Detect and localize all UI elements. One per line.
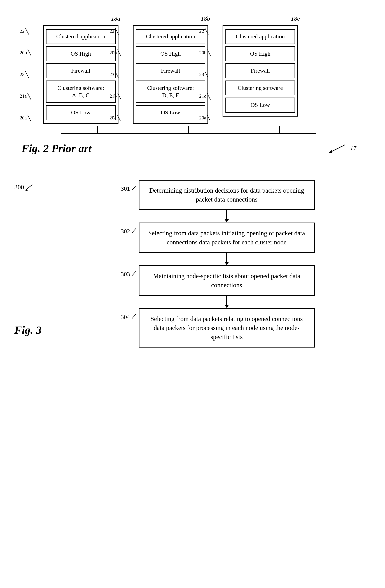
fig2-arrow-icon (327, 143, 349, 154)
svg-marker-9 (224, 262, 229, 265)
ann-23a-label: 23 (20, 72, 24, 77)
ann-22b-label: 22 (110, 28, 114, 34)
step-301-tick (132, 185, 137, 191)
ann-20b-a-tick: ╲ (28, 49, 31, 56)
flow-arrow-2 (117, 253, 315, 265)
ann-22b-tick: ╲ (115, 28, 118, 35)
fig3-title: Fig. 3 (14, 216, 42, 336)
fig2-arrow-area: 17 (327, 143, 356, 154)
fig2-section: 18a 22 ╲ 20b ╲ 23 ╲ 21a ╲ (14, 11, 371, 162)
node-18a-os-low: OS Low (46, 105, 115, 120)
fig3-fig-label-wrapper: Fig. 3 (14, 202, 42, 336)
node-18c-label: 18c (291, 15, 300, 22)
svg-line-7 (132, 228, 136, 233)
fig2-arrow-label: 17 (350, 145, 356, 152)
node-18b-label: 18b (201, 15, 210, 22)
ann-20a-b-tick: ╲ (117, 115, 121, 121)
ann-22b: 22 ╲ (110, 28, 121, 35)
ann-20a-c: 20a ╲ (199, 115, 211, 121)
flow-step-303: 303 Maintaining node-specific lists abou… (117, 265, 315, 296)
svg-marker-12 (224, 305, 229, 308)
ann-23c: 23 ╲ (199, 71, 211, 78)
ann-20a-a-tick: ╲ (27, 115, 31, 121)
node-18b-box: Clustered application OS High Firewall C… (133, 25, 208, 124)
step-303-label: 303 (117, 265, 139, 278)
svg-marker-6 (224, 219, 229, 222)
ann-20a-b: 20a ╲ (110, 115, 121, 121)
ann-20b-b-tick: ╲ (117, 49, 121, 56)
net-drop-1 (97, 126, 98, 133)
step-302-label: 302 (117, 223, 139, 235)
nodes-container: 18a 22 ╲ 20b ╲ 23 ╲ 21a ╲ (43, 25, 371, 124)
node-18b-os-low: OS Low (136, 105, 205, 120)
svg-line-0 (331, 145, 345, 152)
net-horizontal-line (61, 133, 316, 134)
step-304-box: Selecting from data packets relating to … (139, 308, 315, 348)
ann-23c-tick: ╲ (205, 71, 208, 78)
flow-arrow-1-icon (222, 210, 231, 223)
ann-21a-tick: ╲ (27, 93, 31, 100)
flow-arrow-2-icon (222, 253, 231, 265)
flow-step-304: 304 Selecting from data packets relating… (117, 308, 315, 348)
ann-23b-label: 23 (110, 72, 114, 77)
svg-marker-1 (329, 150, 333, 153)
net-drop-3 (279, 126, 280, 133)
ann-23a: 23 ╲ (20, 71, 31, 78)
node-18b-clustered-app: Clustered application (136, 29, 205, 44)
ann-20b-a: 20b ╲ (20, 49, 31, 56)
ann-23c-label: 23 (199, 72, 204, 77)
ann-22a: 22 ╲ (20, 28, 31, 35)
ann-22c-label: 22 (199, 28, 204, 34)
node-18c-annotations: 22 ╲ 20b ╲ 23 ╲ 21c ╲ 20a ╲ (199, 25, 211, 124)
ann-20b-b: 20b ╲ (110, 49, 121, 56)
node-18c-os-low: OS Low (226, 98, 295, 113)
node-18c-firewall: Firewall (226, 63, 295, 78)
node-18a-label: 18a (111, 15, 120, 22)
flow-step-302: 302 Selecting from data packets initiati… (117, 223, 315, 253)
svg-line-10 (132, 271, 136, 276)
fig3-diagram-label: 300 (14, 184, 34, 191)
node-18b-firewall: Firewall (136, 63, 205, 78)
ann-20a-c-tick: ╲ (207, 115, 210, 121)
svg-line-4 (132, 186, 136, 190)
fig3-left-col: 300 Fig. 3 (14, 180, 61, 336)
node-18a-os-high: OS High (46, 46, 115, 61)
ann-20b-c-tick: ╲ (207, 49, 211, 56)
node-18c-box: Clustered application OS High Firewall C… (223, 25, 298, 117)
step-302-box: Selecting from data packets initiating o… (139, 223, 315, 253)
ann-21a-label: 21a (20, 93, 27, 99)
ann-21c-label: 21c (199, 93, 206, 99)
ann-20a-a-label: 20a (20, 115, 27, 121)
ann-22c: 22 ╲ (199, 28, 211, 35)
node-18a-box: Clustered application OS High Firewall C… (43, 25, 118, 124)
ann-22a-label: 22 (20, 28, 24, 34)
flow-arrow-3-icon (222, 296, 231, 308)
net-drop-2 (188, 126, 189, 133)
ann-20a-c-label: 20a (199, 115, 206, 121)
step-301-label: 301 (117, 180, 139, 192)
step-304-label: 304 (117, 308, 139, 320)
step-301-box: Determining distribution decisions for d… (139, 180, 315, 210)
node-18b-clustering-sw: Clustering software: D, E, F (136, 81, 205, 103)
step-302-tick (132, 228, 137, 233)
ann-21c: 21c ╲ (199, 93, 211, 100)
node-18a-annotations: 22 ╲ 20b ╲ 23 ╲ 21a ╲ 20a ╲ (20, 25, 31, 124)
ann-20a-a: 20a ╲ (20, 115, 31, 121)
ann-20b-a-label: 20b (20, 50, 27, 56)
ann-21c-tick: ╲ (207, 93, 210, 100)
ann-20b-c-label: 20b (199, 50, 206, 56)
ann-21a: 21a ╲ (20, 93, 31, 100)
ann-21b-tick: ╲ (117, 93, 121, 100)
flow-arrow-1 (117, 210, 315, 223)
flow-step-301: 301 Determining distribution decisions f… (117, 180, 315, 210)
ann-23b-tick: ╲ (115, 71, 118, 78)
ann-21b: 21b ╲ (110, 93, 121, 100)
fig3-300-arrow-icon (25, 184, 34, 191)
node-18b: 18b 22 ╲ 20b ╲ 23 ╲ 21b ╲ (133, 25, 208, 124)
node-18c-clustered-app: Clustered application (226, 29, 295, 44)
network-connector (61, 126, 316, 135)
fig2-title: Fig. 2 Prior art (22, 142, 91, 155)
node-18b-os-high: OS High (136, 46, 205, 61)
fig3-flowchart: 301 Determining distribution decisions f… (61, 180, 371, 348)
node-18c-clustering-sw: Clustering software (226, 81, 295, 96)
